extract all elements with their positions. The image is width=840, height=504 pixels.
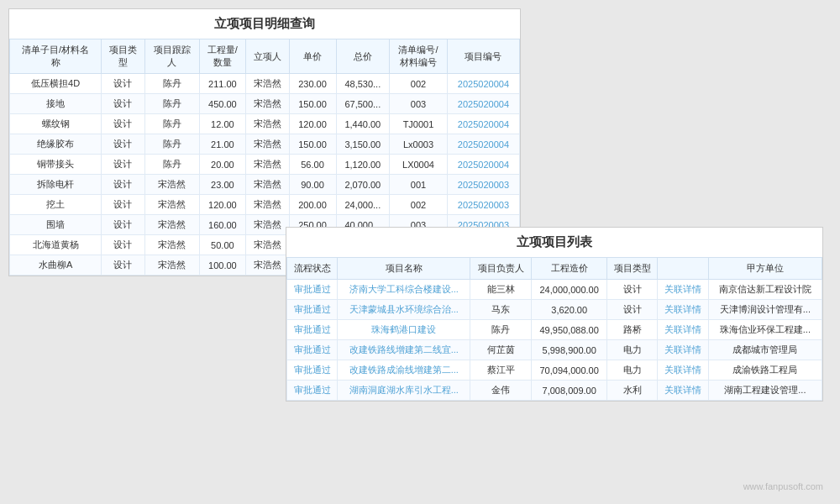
table-cell[interactable]: 关联详情 (658, 300, 708, 320)
table-cell: 水利 (607, 381, 658, 401)
table-cell: 002 (390, 195, 448, 215)
table-cell: 24,000... (336, 195, 390, 215)
table-cell: 001 (390, 175, 448, 195)
bottom-table-body: 审批通过济南大学工科综合楼建设...能三林24,000,000.00设计关联详情… (287, 280, 822, 401)
table-row: 绝缘胶布设计陈丹21.00宋浩然150.003,150.00Lx00032025… (10, 134, 520, 155)
table-cell: 003 (390, 94, 448, 114)
table-cell[interactable]: 珠海鹤港口建设 (338, 320, 470, 340)
table-cell: 20.00 (199, 155, 245, 175)
table-cell[interactable]: 改建铁路线增建第二线宜... (338, 340, 470, 360)
table-cell: 审批通过 (287, 320, 338, 340)
table-cell: 珠海信业环保工程建... (708, 320, 822, 340)
table-cell[interactable]: 2025020004 (447, 114, 519, 134)
table-cell: 宋浩然 (144, 235, 199, 255)
th-item-name: 清单子目/材料名称 (10, 39, 102, 74)
table-cell: 24,000,000.00 (532, 280, 607, 300)
table-cell[interactable]: 改建铁路成渝线增建第二... (338, 360, 470, 381)
th-item-code: 清单编号/材料编号 (390, 39, 448, 74)
table-cell: 230.00 (289, 74, 336, 94)
table-cell: 设计 (102, 235, 145, 255)
th-unit-price: 单价 (289, 39, 336, 74)
table-cell[interactable]: 关联详情 (658, 320, 708, 340)
th-tracker: 项目跟踪人 (144, 39, 199, 74)
table-cell[interactable]: 关联详情 (658, 381, 708, 401)
table-cell: 拆除电杆 (10, 175, 102, 195)
table-cell: 100.00 (199, 255, 245, 276)
bottom-panel-title: 立项项目列表 (286, 228, 822, 257)
table-cell: 120.00 (289, 114, 336, 134)
top-panel-title: 立项项目明细查询 (9, 9, 520, 39)
table-cell: 设计 (102, 94, 145, 114)
table-cell: 宋浩然 (246, 134, 290, 155)
table-cell: 7,008,009.00 (532, 381, 607, 401)
table-cell: 5,998,900.00 (532, 340, 607, 360)
th-client: 甲方单位 (708, 258, 822, 280)
table-cell: 陈丹 (144, 114, 199, 134)
table-cell: 宋浩然 (144, 255, 199, 276)
table-cell[interactable]: 湖南洞庭湖水库引水工程... (338, 381, 470, 401)
th-creator: 立项人 (246, 39, 290, 74)
table-cell: 何芷茵 (470, 340, 532, 360)
table-cell: 金伟 (470, 381, 532, 401)
table-row: 审批通过改建铁路线增建第二线宜...何芷茵5,998,900.00电力关联详情成… (287, 340, 822, 360)
table-cell: 设计 (102, 74, 145, 94)
table-cell[interactable]: 2025020004 (447, 134, 519, 155)
table-row: 审批通过天津蒙城县水环境综合治...马东3,620.00设计关联详情天津博润设计… (287, 300, 822, 320)
table-cell: 2,070.00 (336, 175, 390, 195)
watermark: www.fanpusoft.com (743, 481, 823, 491)
table-row: 审批通过济南大学工科综合楼建设...能三林24,000,000.00设计关联详情… (287, 280, 822, 300)
table-row: 低压横担4D设计陈丹211.00宋浩然230.0048,530...002202… (10, 74, 520, 94)
table-cell[interactable]: 2025020003 (447, 195, 519, 215)
table-cell: 天津博润设计管理有... (708, 300, 822, 320)
table-cell: 审批通过 (287, 280, 338, 300)
table-cell: 陈丹 (144, 134, 199, 155)
table-cell: 宋浩然 (246, 195, 290, 215)
table-cell: 设计 (102, 215, 145, 235)
table-cell: 设计 (102, 134, 145, 155)
table-cell[interactable]: 关联详情 (658, 280, 708, 300)
main-container: 立项项目明细查询 清单子目/材料名称 项目类型 项目跟踪人 工程量/数量 立项人… (0, 0, 840, 504)
table-cell: 宋浩然 (144, 215, 199, 235)
table-row: 接地设计陈丹450.00宋浩然150.0067,500...0032025020… (10, 94, 520, 114)
table-cell: 电力 (607, 360, 658, 381)
table-cell[interactable]: 关联详情 (658, 340, 708, 360)
table-cell: 150.00 (289, 134, 336, 155)
table-cell[interactable]: 济南大学工科综合楼建设... (338, 280, 470, 300)
table-cell: TJ0001 (390, 114, 448, 134)
th-quantity: 工程量/数量 (199, 39, 245, 74)
table-cell: LX0004 (390, 155, 448, 175)
table-row: 挖土设计宋浩然120.00宋浩然200.0024,000...002202502… (10, 195, 520, 215)
table-cell: 3,150.00 (336, 134, 390, 155)
table-cell: 挖土 (10, 195, 102, 215)
table-cell: 12.00 (199, 114, 245, 134)
table-cell: 成都城市管理局 (708, 340, 822, 360)
th-total-price: 总价 (336, 39, 390, 74)
table-cell[interactable]: 2025020004 (447, 74, 519, 94)
table-cell: 陈丹 (144, 74, 199, 94)
table-cell: 宋浩然 (246, 94, 290, 114)
table-row: 拆除电杆设计宋浩然23.00宋浩然90.002,070.000012025020… (10, 175, 520, 195)
table-cell[interactable]: 关联详情 (658, 360, 708, 381)
th-proj-type: 项目类型 (607, 258, 658, 280)
table-cell: 宋浩然 (246, 215, 290, 235)
table-cell: 1,440.00 (336, 114, 390, 134)
table-cell: 宋浩然 (246, 255, 290, 276)
table-cell: 设计 (607, 280, 658, 300)
table-row: 审批通过珠海鹤港口建设陈丹49,950,088.00路桥关联详情珠海信业环保工程… (287, 320, 822, 340)
table-cell: 审批通过 (287, 300, 338, 320)
table-cell[interactable]: 2025020003 (447, 175, 519, 195)
table-cell: 67,500... (336, 94, 390, 114)
table-cell[interactable]: 2025020004 (447, 94, 519, 114)
table-cell[interactable]: 2025020004 (447, 155, 519, 175)
table-cell[interactable]: 天津蒙城县水环境综合治... (338, 300, 470, 320)
bottom-table: 流程状态 项目名称 项目负责人 工程造价 项目类型 甲方单位 审批通过济南大学工… (286, 257, 822, 401)
table-cell: 北海道黄杨 (10, 235, 102, 255)
table-cell: 蔡江平 (470, 360, 532, 381)
table-cell: 200.00 (289, 195, 336, 215)
table-cell: 审批通过 (287, 340, 338, 360)
bottom-table-header-row: 流程状态 项目名称 项目负责人 工程造价 项目类型 甲方单位 (287, 258, 822, 280)
table-cell: 宋浩然 (246, 235, 290, 255)
table-cell: 设计 (102, 114, 145, 134)
table-cell: 宋浩然 (246, 74, 290, 94)
table-row: 审批通过改建铁路成渝线增建第二...蔡江平70,094,000.00电力关联详情… (287, 360, 822, 381)
